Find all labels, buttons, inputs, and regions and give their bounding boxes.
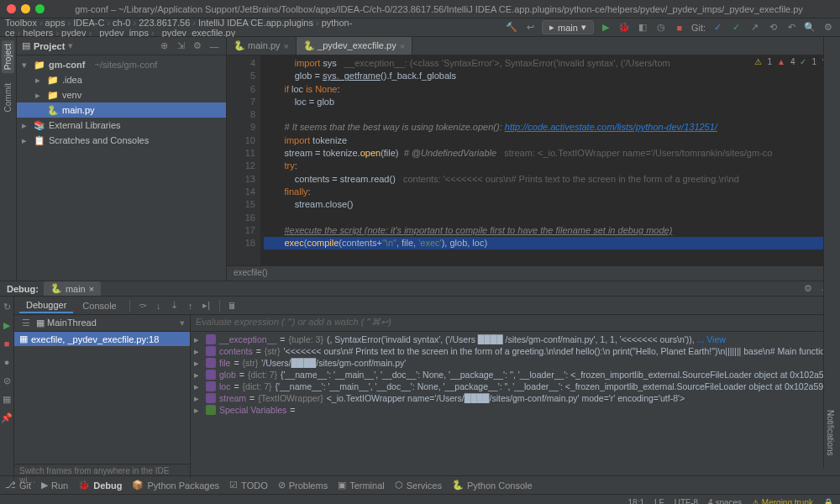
breadcrumb-item[interactable]: 223.8617.56: [139, 18, 198, 28]
view-breakpoints-icon[interactable]: ●: [0, 355, 13, 369]
breadcrumb-item[interactable]: pydev: [61, 28, 94, 38]
build-icon[interactable]: 🔨: [505, 21, 518, 34]
lock-icon[interactable]: 🔒: [823, 498, 833, 504]
variable-row[interactable]: ▸ contents = {str} '<<<<<<< ours\n# Prin…: [191, 345, 840, 357]
debug-settings-icon[interactable]: ⚙: [801, 282, 815, 296]
variable-row[interactable]: ▸ file = {str} '/Users/████/sites/gm-con…: [191, 357, 840, 369]
resume-icon[interactable]: ▶: [0, 318, 13, 332]
profile-icon[interactable]: ◷: [654, 21, 668, 34]
close-tab-icon[interactable]: ×: [284, 41, 289, 51]
step-over-icon[interactable]: ⤼: [136, 299, 150, 312]
close-tab-icon[interactable]: ×: [400, 41, 405, 51]
breadcrumb-item[interactable]: helpers: [23, 28, 61, 38]
services-tool[interactable]: ⬡ Services: [395, 480, 442, 491]
debug-title: Debug:: [7, 284, 39, 294]
git-branch-status[interactable]: ⚠ Merging trunk: [752, 498, 813, 504]
git-tool[interactable]: ⎇ Git: [5, 480, 31, 491]
gutter[interactable]: 456789101112131415161718: [227, 55, 260, 265]
variables-panel: Evaluate expression (⌃) or add a watch (…: [191, 315, 840, 479]
evaluate-icon[interactable]: 🖩: [226, 299, 239, 312]
warning-icon: ⚠: [754, 57, 762, 66]
view-link[interactable]: ... View: [697, 334, 726, 344]
close-window-icon[interactable]: [7, 4, 16, 13]
vcs-push-icon[interactable]: ↗: [748, 21, 761, 34]
breadcrumb-item[interactable]: IntelliJ IDEA CE.app.plugins: [198, 18, 322, 28]
run-icon[interactable]: ▶: [599, 21, 612, 34]
vcs-rollback-icon[interactable]: ↶: [785, 21, 798, 34]
select-opened-icon[interactable]: ⊕: [157, 39, 171, 53]
indent-status[interactable]: 4 spaces: [708, 498, 742, 504]
debug-tool[interactable]: 🐞 Debug: [78, 480, 122, 491]
tree-main-py[interactable]: 🐍main.py: [17, 102, 226, 118]
debugger-subtab[interactable]: Debugger: [19, 298, 73, 313]
gear-icon[interactable]: ⚙: [191, 39, 204, 53]
rerun-icon[interactable]: ↻: [0, 300, 13, 313]
tree-idea[interactable]: ▸📁.idea: [17, 72, 226, 87]
breadcrumb-item[interactable]: _pydev_execfile.py: [157, 28, 241, 38]
step-into-icon[interactable]: ↓: [152, 299, 165, 312]
problems-tool[interactable]: ⊘ Problems: [278, 480, 328, 491]
maximize-window-icon[interactable]: [35, 4, 45, 13]
tree-scratches[interactable]: ▸📋Scratches and Consoles: [17, 133, 226, 148]
tree-root[interactable]: ▾📁gm-conf ~/sites/gm-conf: [17, 57, 226, 72]
console-subtab[interactable]: Console: [76, 299, 123, 312]
tree-external-libs[interactable]: ▸📚External Libraries: [17, 118, 226, 133]
run-tool[interactable]: ▶ Run: [41, 480, 68, 491]
variable-row[interactable]: ▸ loc = {dict: 7} {'__name__': '__main__…: [191, 381, 840, 392]
stop-icon[interactable]: ■: [673, 21, 686, 34]
frame-row[interactable]: ▦ execfile, _pydev_execfile.py:18: [14, 332, 190, 346]
project-tool-tab[interactable]: Project: [2, 40, 14, 73]
variable-row[interactable]: ▸ __exception__ = {tuple: 3} (, SyntaxEr…: [191, 333, 840, 345]
editor-tab[interactable]: 🐍 _pydev_execfile.py ×: [297, 37, 412, 55]
breadcrumb-item[interactable]: IDEA-C: [73, 18, 113, 28]
run-config-selector[interactable]: ▸ main ▾: [542, 20, 594, 34]
code-area[interactable]: import sys __exception__: (<class 'Synta…: [260, 55, 840, 265]
editor-tab[interactable]: 🐍 main.py ×: [227, 37, 297, 55]
stop-debug-icon[interactable]: ■: [0, 337, 13, 350]
mute-breakpoints-icon[interactable]: ⊘: [0, 374, 13, 387]
pin-icon[interactable]: 📌: [0, 411, 13, 424]
notifications-tab[interactable]: Notifications: [824, 405, 837, 460]
hide-panel-icon[interactable]: —: [207, 39, 221, 53]
settings-icon[interactable]: ⚙: [822, 21, 835, 34]
variable-row[interactable]: ▸ stream = {TextIOWrapper} <_io.TextIOWr…: [191, 392, 840, 404]
thread-selector[interactable]: ▦ MainThread: [36, 318, 97, 328]
terminal-tool[interactable]: ▣ Terminal: [338, 480, 385, 491]
line-ending[interactable]: LF: [654, 498, 664, 504]
frames-panel: ☰ ▦ MainThread ▾ ▦ execfile, _pydev_exec…: [14, 315, 191, 479]
todo-tool[interactable]: ☑ TODO: [229, 480, 268, 491]
frames-filter-icon[interactable]: ☰: [19, 317, 33, 330]
caret-position[interactable]: 18:1: [628, 498, 644, 504]
expand-all-icon[interactable]: ⇲: [174, 39, 187, 53]
coverage-icon[interactable]: ◧: [636, 21, 649, 34]
breadcrumb-item[interactable]: _pydev_imps: [94, 28, 157, 38]
breadcrumb-item[interactable]: Toolbox: [5, 18, 45, 28]
nav-back-icon[interactable]: ↩: [523, 21, 537, 34]
step-into-my-icon[interactable]: ⇣: [168, 299, 181, 312]
tree-venv[interactable]: ▸📁venv: [17, 87, 226, 102]
vcs-update-icon[interactable]: ✓: [711, 21, 724, 34]
vcs-commit-icon[interactable]: ✓: [729, 21, 743, 34]
breadcrumb-item[interactable]: ch-0: [113, 18, 139, 28]
vcs-history-icon[interactable]: ⟲: [766, 21, 780, 34]
commit-tool-tab[interactable]: Commit: [2, 80, 14, 115]
debug-icon[interactable]: 🐞: [617, 21, 631, 34]
error-icon: ▲: [777, 57, 785, 66]
python-console-tool[interactable]: 🐍 Python Console: [452, 480, 533, 491]
python-packages-tool[interactable]: 📦 Python Packages: [132, 480, 219, 491]
layout-icon[interactable]: ▦: [0, 392, 13, 406]
evaluate-input[interactable]: Evaluate expression (⌃) or add a watch (…: [191, 315, 840, 332]
debug-session-tab[interactable]: 🐍 main ×: [44, 281, 101, 296]
breadcrumb-item[interactable]: apps: [45, 18, 74, 28]
status-bar: 18:1 LF UTF-8 4 spaces ⚠ Merging trunk 🔒: [0, 494, 840, 504]
close-icon[interactable]: ×: [89, 284, 94, 294]
debug-panel: Debug: 🐍 main × ⚙ — ↻ ▶ ■ ● ⊘ ▦ 📌 Debugg…: [0, 281, 840, 475]
step-out-icon[interactable]: ↑: [184, 299, 197, 312]
file-encoding[interactable]: UTF-8: [675, 498, 698, 504]
search-icon[interactable]: 🔍: [803, 21, 816, 34]
minimize-window-icon[interactable]: [21, 4, 30, 13]
variable-row[interactable]: ▸ Special Variables =: [191, 404, 840, 416]
editor-breadcrumb[interactable]: execfile(): [227, 265, 840, 281]
variable-row[interactable]: ▸ glob = {dict: 7} {'__name__': '__main_…: [191, 369, 840, 381]
run-to-cursor-icon[interactable]: ▸|: [200, 299, 213, 312]
